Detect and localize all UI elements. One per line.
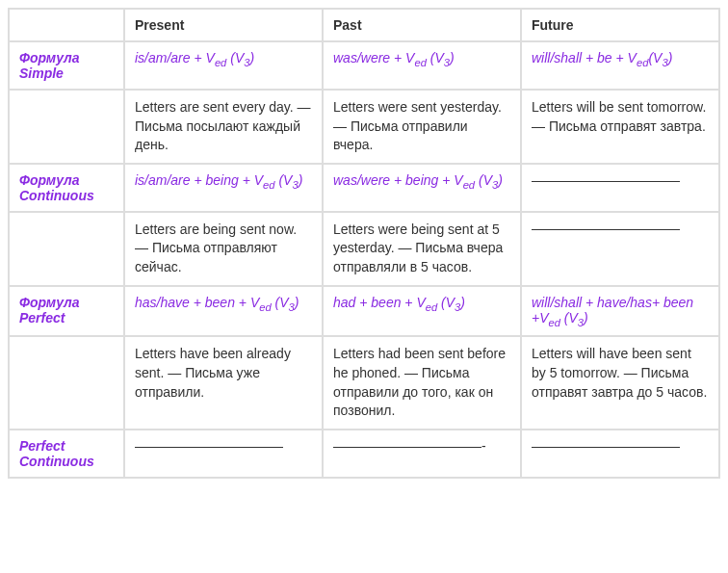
perfect-continuous-present: ———————————	[124, 430, 323, 478]
simple-formula-past: was/were + Ved (V3)	[323, 41, 521, 90]
simple-example-present: Letters are sent every day. — Письма пос…	[124, 90, 323, 164]
perfect-example-row: Letters have been already sent. — Письма…	[9, 336, 719, 429]
continuous-formula-present: is/am/are + being + Ved (V3)	[124, 164, 323, 212]
perfect-continuous-label: Perfect Continuous	[9, 430, 124, 478]
continuous-example-row: Letters are being sent now. — Письма отп…	[9, 212, 719, 286]
simple-example-blank	[9, 90, 124, 164]
perfect-continuous-row: Perfect Continuous ——————————— —————————…	[9, 430, 719, 478]
perfect-example-present: Letters have been already sent. — Письма…	[124, 336, 323, 429]
perfect-formula-label: Формула Perfect	[9, 286, 124, 337]
simple-example-row: Letters are sent every day. — Письма пос…	[9, 90, 719, 164]
continuous-example-present: Letters are being sent now. — Письма отп…	[124, 212, 323, 286]
continuous-example-blank	[9, 212, 124, 286]
header-present: Present	[124, 9, 323, 41]
perfect-formula-future: will/shall + have/has+ been +Ved (V3)	[521, 286, 719, 337]
simple-formula-present: is/am/are + Ved (V3)	[124, 41, 323, 90]
header-past: Past	[323, 9, 521, 41]
header-row: Present Past Future	[9, 9, 719, 41]
perfect-formula-row: Формула Perfect has/have + been + Ved (V…	[9, 286, 719, 337]
continuous-formula-future: ———————————	[521, 164, 719, 212]
continuous-formula-past: was/were + being + Ved (V3)	[323, 164, 521, 212]
continuous-formula-label: Формула Continuous	[9, 164, 124, 212]
continuous-formula-row: Формула Continuous is/am/are + being + V…	[9, 164, 719, 212]
simple-formula-label: Формула Simple	[9, 41, 124, 90]
simple-example-past: Letters were sent yesterday. — Письма от…	[323, 90, 521, 164]
simple-formula-row: Формула Simple is/am/are + Ved (V3) was/…	[9, 41, 719, 90]
simple-formula-future: will/shall + be + Ved(V3)	[521, 41, 719, 90]
perfect-example-future: Letters will have been sent by 5 tomorro…	[521, 336, 719, 429]
simple-example-future: Letters will be sent tomorrow. — Письма …	[521, 90, 719, 164]
continuous-example-past: Letters were being sent at 5 yesterday. …	[323, 212, 521, 286]
perfect-example-blank	[9, 336, 124, 429]
perfect-continuous-past: ———————————-	[323, 430, 521, 478]
passive-voice-table: Present Past Future Формула Simple is/am…	[8, 8, 720, 479]
continuous-example-future: ———————————	[521, 212, 719, 286]
perfect-formula-past: had + been + Ved (V3)	[323, 286, 521, 337]
perfect-example-past: Letters had been sent before he phoned. …	[323, 336, 521, 429]
perfect-formula-present: has/have + been + Ved (V3)	[124, 286, 323, 337]
perfect-continuous-future: ———————————	[521, 430, 719, 478]
header-future: Future	[521, 9, 719, 41]
header-blank	[9, 9, 124, 41]
